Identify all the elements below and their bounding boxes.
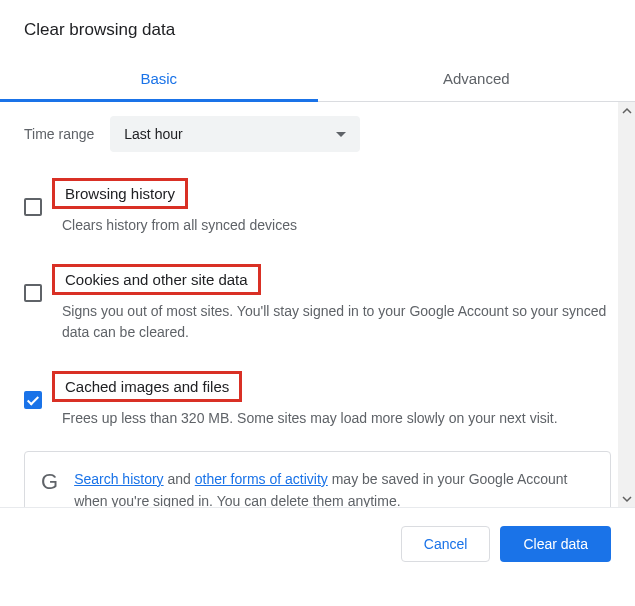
option-desc: Signs you out of most sites. You'll stay… xyxy=(62,301,611,343)
tab-basic[interactable]: Basic xyxy=(0,56,318,101)
clear-browsing-data-dialog: Clear browsing data Basic Advanced Time … xyxy=(0,0,635,580)
time-range-label: Time range xyxy=(24,126,94,142)
option-cached: Cached images and files Frees up less th… xyxy=(24,365,611,429)
chevron-down-icon xyxy=(336,132,346,137)
time-range-select[interactable]: Last hour xyxy=(110,116,360,152)
option-browsing-history: Browsing history Clears history from all… xyxy=(24,172,611,236)
time-range-value: Last hour xyxy=(124,126,182,142)
scroll-up-icon[interactable] xyxy=(618,102,635,119)
notice-text: Search history and other forms of activi… xyxy=(74,468,594,507)
option-title: Cached images and files xyxy=(52,371,242,402)
cancel-button[interactable]: Cancel xyxy=(401,526,491,562)
google-logo-icon: G xyxy=(41,471,58,493)
option-desc: Clears history from all synced devices xyxy=(62,215,611,236)
scroll-down-icon[interactable] xyxy=(618,490,635,507)
tab-bar: Basic Advanced xyxy=(0,56,635,102)
option-title: Browsing history xyxy=(52,178,188,209)
tab-advanced[interactable]: Advanced xyxy=(318,56,636,101)
option-text: Cookies and other site data Signs you ou… xyxy=(62,264,611,343)
content-area: Time range Last hour Browsing history Cl… xyxy=(0,102,635,507)
link-search-history[interactable]: Search history xyxy=(74,471,163,487)
link-other-activity[interactable]: other forms of activity xyxy=(195,471,328,487)
google-account-notice: G Search history and other forms of acti… xyxy=(24,451,611,507)
option-text: Cached images and files Frees up less th… xyxy=(62,371,611,429)
checkbox-cached[interactable] xyxy=(24,391,42,409)
checkbox-browsing-history[interactable] xyxy=(24,198,42,216)
time-range-row: Time range Last hour xyxy=(24,116,611,152)
option-desc: Frees up less than 320 MB. Some sites ma… xyxy=(62,408,611,429)
notice-text-mid: and xyxy=(164,471,195,487)
scrollbar[interactable] xyxy=(618,102,635,507)
option-text: Browsing history Clears history from all… xyxy=(62,178,611,236)
clear-data-button[interactable]: Clear data xyxy=(500,526,611,562)
dialog-title: Clear browsing data xyxy=(0,0,635,56)
content-scroll: Time range Last hour Browsing history Cl… xyxy=(0,102,635,507)
option-cookies: Cookies and other site data Signs you ou… xyxy=(24,258,611,343)
option-title: Cookies and other site data xyxy=(52,264,261,295)
checkbox-cookies[interactable] xyxy=(24,284,42,302)
dialog-footer: Cancel Clear data xyxy=(0,507,635,580)
